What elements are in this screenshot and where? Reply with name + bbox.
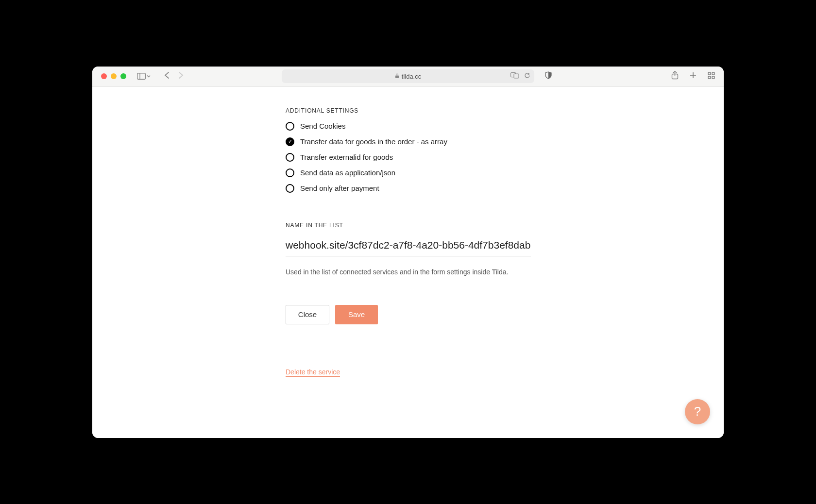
svg-rect-11 [712, 76, 714, 79]
name-in-list-section: NAME IN THE LIST Used in the list of con… [286, 222, 531, 276]
checkbox-label: Send data as application/json [300, 168, 395, 177]
svg-rect-9 [712, 72, 714, 75]
checkbox-row-4[interactable]: Send only after payment [286, 184, 531, 193]
checkbox-circle-icon [286, 153, 294, 162]
share-icon[interactable] [671, 71, 679, 82]
back-button[interactable] [164, 71, 170, 82]
checkbox-row-3[interactable]: Send data as application/json [286, 168, 531, 177]
checkbox-circle-icon: ✓ [286, 137, 294, 146]
nav-arrows [164, 71, 184, 82]
checkbox-label: Send Cookies [300, 122, 345, 130]
checkbox-label: Send only after payment [300, 184, 379, 192]
reload-icon[interactable] [524, 72, 530, 80]
chevron-down-icon [147, 75, 151, 78]
checkbox-label: Transfer externalid for goods [300, 153, 393, 161]
checkbox-circle-icon [286, 122, 294, 131]
button-row: Close Save [286, 305, 531, 324]
name-in-list-help: Used in the list of connected services a… [286, 268, 531, 276]
translate-icon[interactable] [510, 72, 519, 80]
svg-rect-0 [137, 73, 146, 80]
address-bar[interactable]: tilda.cc [282, 69, 534, 83]
browser-window: tilda.cc [92, 67, 724, 438]
toolbar-right [671, 71, 715, 82]
name-in-list-label: NAME IN THE LIST [286, 222, 531, 229]
shield-icon[interactable] [545, 71, 552, 81]
forward-button[interactable] [178, 71, 184, 82]
maximize-window-button[interactable] [120, 73, 126, 79]
checkbox-row-2[interactable]: Transfer externalid for goods [286, 153, 531, 162]
address-right-icons [510, 72, 530, 80]
svg-rect-4 [514, 74, 519, 78]
new-tab-icon[interactable] [689, 71, 697, 81]
checkbox-circle-icon [286, 168, 294, 177]
url-text: tilda.cc [402, 73, 421, 80]
toolbar-left [137, 71, 184, 82]
checkbox-label: Transfer data for goods in the order - a… [300, 137, 447, 146]
name-in-list-input[interactable] [286, 236, 531, 256]
svg-rect-2 [395, 75, 399, 78]
additional-settings-label: ADDITIONAL SETTINGS [286, 107, 531, 114]
checkbox-circle-icon [286, 184, 294, 193]
close-window-button[interactable] [101, 73, 107, 79]
svg-rect-10 [708, 76, 711, 79]
help-fab[interactable]: ? [685, 399, 710, 424]
traffic-lights [101, 73, 126, 79]
form-panel: ADDITIONAL SETTINGS Send Cookies✓Transfe… [286, 87, 531, 377]
lock-icon [395, 73, 399, 80]
page-content: ADDITIONAL SETTINGS Send Cookies✓Transfe… [92, 87, 724, 438]
checkbox-row-0[interactable]: Send Cookies [286, 122, 531, 131]
titlebar: tilda.cc [92, 67, 724, 87]
tabs-overview-icon[interactable] [708, 72, 715, 81]
svg-rect-8 [708, 72, 711, 75]
save-button[interactable]: Save [335, 305, 378, 324]
sidebar-toggle-button[interactable] [137, 73, 151, 80]
close-button[interactable]: Close [286, 305, 329, 324]
checkbox-row-1[interactable]: ✓Transfer data for goods in the order - … [286, 137, 531, 146]
delete-service-link[interactable]: Delete the service [286, 368, 340, 377]
minimize-window-button[interactable] [111, 73, 117, 79]
